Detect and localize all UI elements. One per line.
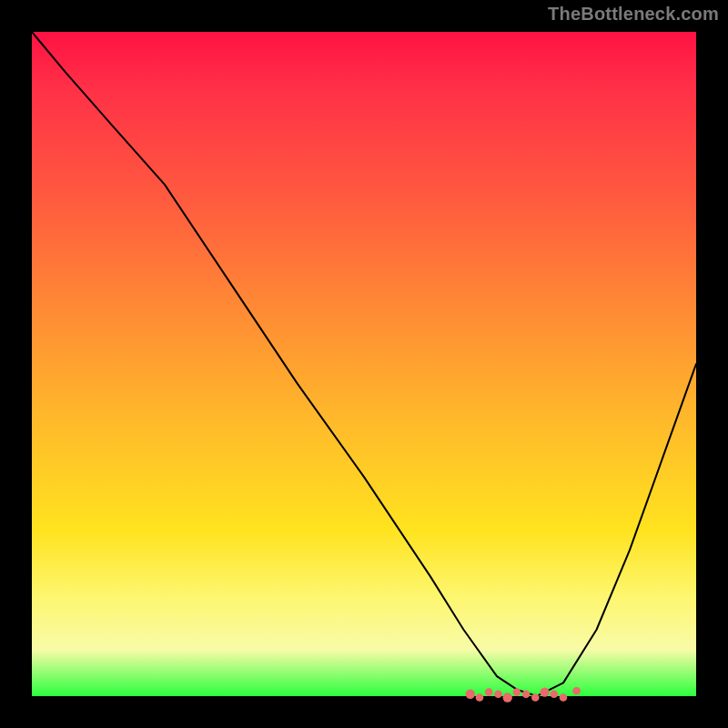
svg-point-8 bbox=[540, 687, 549, 696]
svg-point-7 bbox=[531, 693, 540, 702]
svg-point-4 bbox=[503, 693, 512, 702]
svg-point-5 bbox=[513, 688, 521, 696]
svg-point-3 bbox=[494, 691, 502, 699]
bottleneck-curve bbox=[32, 32, 696, 696]
plot-area bbox=[32, 32, 696, 696]
svg-point-9 bbox=[551, 691, 559, 699]
svg-point-6 bbox=[522, 691, 531, 699]
site-credit: TheBottleneck.com bbox=[548, 4, 719, 25]
svg-point-11 bbox=[572, 687, 581, 695]
svg-point-1 bbox=[476, 693, 484, 702]
chart-svg bbox=[32, 32, 696, 696]
svg-point-0 bbox=[466, 690, 475, 699]
optimal-dot-cluster bbox=[466, 687, 581, 703]
svg-point-10 bbox=[560, 693, 568, 702]
chart-frame: TheBottleneck.com bbox=[0, 0, 728, 728]
svg-point-2 bbox=[485, 688, 493, 696]
